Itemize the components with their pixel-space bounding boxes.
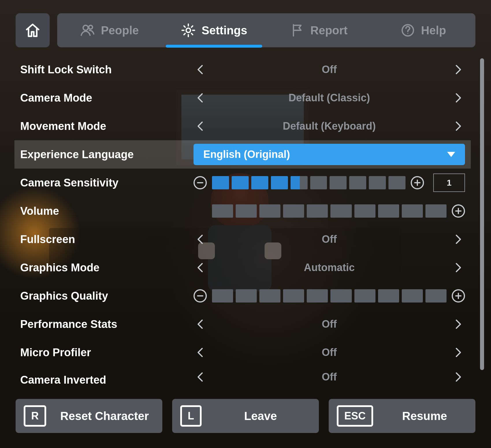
tab-settings-label: Settings: [202, 24, 247, 37]
reset-character-label: Reset Character: [55, 410, 154, 423]
label-movement-mode: Movement Mode: [20, 120, 194, 132]
home-icon: [24, 21, 42, 39]
row-volume: Volume: [14, 197, 471, 225]
key-r: R: [24, 405, 46, 427]
chevron-left-icon: [195, 371, 206, 383]
plus-icon: [414, 179, 421, 186]
prev-fullscreen[interactable]: [194, 232, 207, 246]
value-shift-lock: Off: [213, 64, 445, 76]
gear-icon: [181, 23, 196, 38]
prev-movement-mode[interactable]: [194, 119, 207, 133]
value-graphics-mode: Automatic: [213, 262, 445, 274]
tab-people-label: People: [101, 24, 139, 37]
prev-camera-inverted[interactable]: [194, 370, 207, 384]
prev-camera-mode[interactable]: [194, 91, 207, 105]
slider-graphics-quality[interactable]: [212, 289, 447, 303]
label-fullscreen: Fullscreen: [20, 233, 194, 246]
chevron-left-icon: [195, 347, 206, 358]
chevron-right-icon: [452, 262, 464, 273]
increase-graphics-quality[interactable]: [452, 289, 465, 303]
tab-settings[interactable]: Settings: [162, 13, 266, 47]
leave-button[interactable]: L Leave: [172, 399, 319, 433]
slider-camera-sensitivity[interactable]: [212, 176, 406, 189]
plus-icon: [455, 292, 462, 300]
help-icon: [400, 23, 415, 38]
minus-icon: [196, 179, 204, 186]
home-button[interactable]: [16, 13, 50, 47]
next-movement-mode[interactable]: [451, 119, 465, 133]
value-camera-inverted: Off: [213, 371, 445, 383]
chevron-right-icon: [452, 92, 464, 104]
resume-label: Resume: [382, 410, 467, 423]
label-volume: Volume: [20, 205, 194, 217]
dropdown-experience-language[interactable]: English (Original): [194, 144, 465, 165]
value-performance-stats: Off: [213, 318, 445, 330]
chevron-left-icon: [195, 318, 206, 330]
prev-performance-stats[interactable]: [194, 317, 207, 331]
value-fullscreen: Off: [213, 233, 445, 245]
value-movement-mode: Default (Keyboard): [213, 120, 445, 132]
plus-icon: [455, 207, 462, 215]
increase-volume[interactable]: [452, 204, 465, 218]
decrease-camera-sensitivity[interactable]: [194, 176, 207, 189]
scrollbar[interactable]: [480, 58, 484, 370]
prev-graphics-mode[interactable]: [194, 261, 207, 275]
row-micro-profiler: Micro Profiler Off: [14, 338, 471, 367]
row-fullscreen: Fullscreen Off: [14, 225, 471, 253]
chevron-left-icon: [195, 234, 206, 245]
label-experience-language: Experience Language: [20, 148, 194, 161]
minus-icon: [196, 292, 204, 300]
row-shift-lock: Shift Lock Switch Off: [14, 55, 471, 84]
label-graphics-quality: Graphics Quality: [20, 290, 194, 302]
row-graphics-quality: Graphics Quality: [14, 282, 471, 310]
row-experience-language: Experience Language English (Original): [14, 140, 471, 169]
label-shift-lock: Shift Lock Switch: [20, 64, 194, 76]
key-l: L: [180, 405, 202, 427]
next-camera-mode[interactable]: [451, 91, 465, 105]
chevron-right-icon: [452, 120, 464, 132]
leave-label: Leave: [210, 410, 311, 423]
row-camera-sensitivity: Camera Sensitivity 1: [14, 169, 471, 197]
decrease-graphics-quality[interactable]: [194, 289, 207, 303]
increase-camera-sensitivity[interactable]: [411, 176, 424, 189]
settings-list: Shift Lock Switch Off Camera Mode Defaul…: [14, 55, 471, 385]
row-camera-mode: Camera Mode Default (Classic): [14, 84, 471, 112]
resume-button[interactable]: ESC Resume: [329, 399, 475, 433]
svg-point-4: [407, 33, 408, 34]
next-camera-inverted[interactable]: [451, 370, 465, 384]
chevron-left-icon: [195, 262, 206, 273]
label-camera-sensitivity: Camera Sensitivity: [20, 177, 194, 189]
slider-volume[interactable]: [212, 204, 447, 218]
chevron-right-icon: [452, 371, 464, 383]
next-performance-stats[interactable]: [451, 317, 465, 331]
chevron-right-icon: [452, 64, 464, 75]
next-graphics-mode[interactable]: [451, 261, 465, 275]
tab-help[interactable]: Help: [371, 13, 475, 47]
next-shift-lock[interactable]: [451, 63, 465, 76]
flag-icon: [290, 23, 305, 38]
svg-point-1: [89, 25, 93, 29]
row-camera-inverted: Camera Inverted Off: [14, 367, 471, 385]
reset-character-button[interactable]: R Reset Character: [16, 399, 162, 433]
key-esc: ESC: [337, 405, 373, 427]
next-fullscreen[interactable]: [451, 232, 465, 246]
tab-report[interactable]: Report: [266, 13, 371, 47]
tab-people[interactable]: People: [57, 13, 162, 47]
value-micro-profiler: Off: [213, 346, 445, 359]
svg-point-2: [186, 28, 191, 32]
caret-down-icon: [447, 152, 455, 157]
value-camera-sensitivity[interactable]: 1: [433, 173, 465, 192]
chevron-right-icon: [452, 318, 464, 330]
chevron-left-icon: [195, 64, 206, 75]
tab-report-label: Report: [310, 24, 348, 37]
row-graphics-mode: Graphics Mode Automatic: [14, 253, 471, 282]
chevron-left-icon: [195, 92, 206, 104]
prev-shift-lock[interactable]: [194, 63, 207, 76]
value-experience-language: English (Original): [203, 148, 290, 160]
prev-micro-profiler[interactable]: [194, 346, 207, 359]
svg-point-0: [83, 25, 88, 30]
label-camera-inverted: Camera Inverted: [20, 374, 194, 385]
label-performance-stats: Performance Stats: [20, 318, 194, 331]
value-camera-mode: Default (Classic): [213, 92, 445, 104]
next-micro-profiler[interactable]: [451, 346, 465, 359]
